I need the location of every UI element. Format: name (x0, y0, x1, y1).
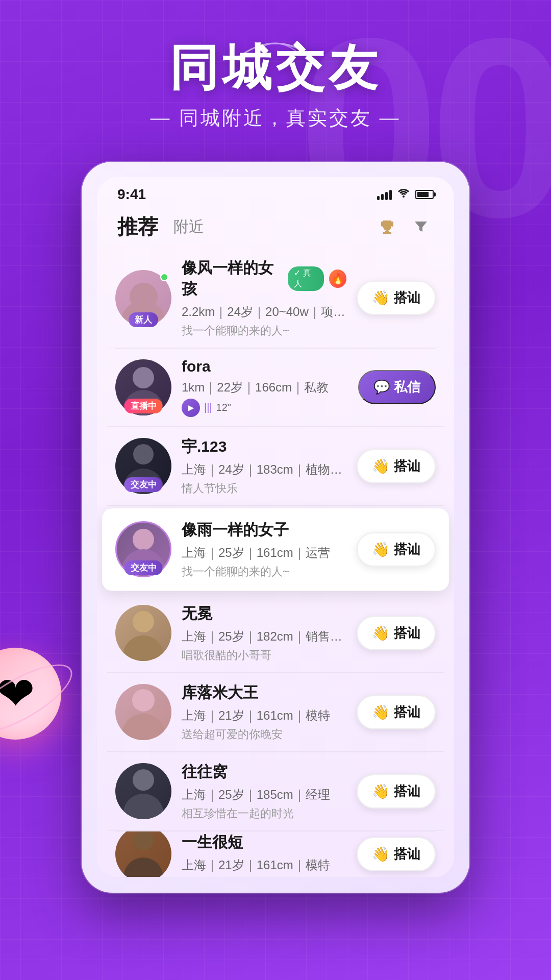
header-section: 同城交友 — 同城附近，真实交友 — (0, 0, 551, 152)
avatar[interactable] (115, 684, 171, 740)
battery-icon (415, 190, 434, 199)
avatar-wrapper: 直播中 (115, 359, 171, 415)
tab-recommended[interactable]: 推荐 (117, 213, 158, 241)
user-item: 无冕 上海｜25岁｜182cm｜销售经理 唱歌很酷的小哥哥 👋 搭讪 (107, 594, 444, 673)
wave-label: 搭讪 (394, 457, 420, 475)
message-button[interactable]: 💬 私信 (358, 370, 436, 404)
user-bio: 找一个能聊的来的人~ (182, 564, 346, 579)
wave-icon: 👋 (372, 783, 390, 800)
subtitle: — 同城附近，真实交友 — (20, 105, 531, 131)
user-bio: 相互珍惜在一起的时光 (182, 806, 346, 821)
play-button[interactable]: ▶ (182, 399, 200, 417)
user-badge: 交友中 (124, 477, 163, 492)
tab-action-icons (374, 214, 434, 239)
wave-label: 搭讪 (394, 289, 420, 307)
tab-bar: 推荐 附近 (97, 208, 454, 249)
wave-button[interactable]: 👋 搭讪 (357, 616, 436, 650)
wave-label: 搭讪 (394, 703, 420, 721)
user-info: 一生很短 上海｜21岁｜161cm｜模特 (182, 832, 346, 876)
subtitle-text: 同城附近，真实交友 (179, 107, 372, 129)
user-name-row: 宇.123 (182, 436, 346, 457)
user-bio: 找一个能聊的来的人~ (182, 323, 346, 338)
user-info: 库落米大王 上海｜21岁｜161cm｜模特 送给超可爱的你晚安 (182, 682, 346, 742)
user-badge: 新人 (129, 312, 158, 327)
user-stats: 2.2km｜24岁｜20~40w｜项目管理 (182, 304, 346, 320)
user-item: 往往窝 上海｜25岁｜185cm｜经理 相互珍惜在一起的时光 👋 搭讪 (107, 752, 444, 831)
wave-icon: 👋 (372, 458, 390, 475)
user-item: 新人 像风一样的女孩 ✓ 真人 🔥 2.2km｜24岁｜20~40w｜项目管理 … (107, 249, 444, 348)
svg-point-0 (403, 195, 405, 198)
status-time: 9:41 (117, 186, 146, 203)
wave-label: 搭讪 (394, 541, 420, 558)
avatar-wrapper (115, 605, 171, 661)
user-item: 直播中 fora 1km｜22岁｜166cm｜私教 ▶ ||| 12" (107, 349, 444, 427)
user-badge: 交友中 (124, 560, 163, 575)
message-label: 私信 (394, 378, 420, 396)
user-list: 新人 像风一样的女孩 ✓ 真人 🔥 2.2km｜24岁｜20~40w｜项目管理 … (97, 249, 454, 877)
status-bar: 9:41 (97, 177, 454, 208)
user-item-highlighted: 交友中 像雨一样的女子 上海｜25岁｜161cm｜运营 找一个能聊的来的人~ 👋… (102, 508, 449, 591)
user-info: fora 1km｜22岁｜166cm｜私教 ▶ ||| 12" (182, 358, 348, 417)
avatar-wrapper: 新人 (115, 270, 171, 326)
wifi-icon (397, 187, 410, 202)
avatar-wrapper: 交友中 (115, 521, 171, 577)
user-item: 库落米大王 上海｜21岁｜161cm｜模特 送给超可爱的你晚安 👋 搭讪 (107, 673, 444, 752)
wave-button[interactable]: 👋 搭讪 (357, 695, 436, 729)
user-stats: 上海｜25岁｜161cm｜运营 (182, 545, 346, 561)
wave-icon: 👋 (372, 541, 390, 558)
tab-nearby[interactable]: 附近 (173, 216, 204, 237)
user-stats: 上海｜21岁｜161cm｜模特 (182, 857, 346, 873)
avatar-wrapper (115, 763, 171, 819)
main-title: 同城交友 (169, 41, 382, 95)
user-stats: 上海｜24岁｜183cm｜植物设计师 (182, 461, 346, 478)
wave-button[interactable]: 👋 搭讪 (357, 449, 436, 483)
wave-button[interactable]: 👋 搭讪 (357, 837, 436, 871)
avatar[interactable] (115, 605, 171, 661)
level-badge: 🔥 (329, 270, 346, 288)
user-info: 像风一样的女孩 ✓ 真人 🔥 2.2km｜24岁｜20~40w｜项目管理 找一个… (182, 258, 346, 338)
wave-button[interactable]: 👋 搭讪 (357, 281, 436, 315)
user-stats: 上海｜25岁｜185cm｜经理 (182, 787, 346, 803)
user-name-row: 无冕 (182, 603, 346, 624)
wave-label: 搭讪 (394, 845, 420, 863)
user-bio: 情人节快乐 (182, 481, 346, 496)
wave-icon: 👋 (372, 846, 390, 863)
message-icon: 💬 (373, 379, 390, 395)
user-badge: 直播中 (124, 399, 163, 413)
user-item: 一生很短 上海｜21岁｜161cm｜模特 👋 搭讪 (107, 831, 444, 877)
user-name: 像风一样的女孩 (182, 258, 283, 300)
filter-button[interactable] (408, 214, 434, 239)
wave-button[interactable]: 👋 搭讪 (357, 532, 436, 567)
user-info: 宇.123 上海｜24岁｜183cm｜植物设计师 情人节快乐 (182, 436, 346, 496)
wave-icon: 👋 (372, 704, 390, 721)
user-name-row: 像风一样的女孩 ✓ 真人 🔥 (182, 258, 346, 300)
user-name: 无冕 (182, 603, 212, 624)
trophy-button[interactable] (374, 214, 400, 239)
wave-icon: 👋 (372, 625, 390, 642)
wave-button[interactable]: 👋 搭讪 (357, 774, 436, 808)
user-info: 像雨一样的女子 上海｜25岁｜161cm｜运营 找一个能聊的来的人~ (182, 520, 346, 579)
user-name: 宇.123 (182, 436, 227, 457)
avatar-wrapper: 交友中 (115, 438, 171, 494)
user-bio: 唱歌很酷的小哥哥 (182, 648, 346, 663)
svg-rect-2 (383, 232, 391, 234)
user-info: 往往窝 上海｜25岁｜185cm｜经理 相互珍惜在一起的时光 (182, 762, 346, 821)
heart-decoration: ❤ (0, 648, 71, 750)
phone-screen: 9:41 (97, 177, 454, 877)
verified-badge: ✓ 真人 (288, 266, 324, 291)
status-icons (377, 187, 434, 202)
avatar[interactable] (115, 763, 171, 819)
user-item: 交友中 宇.123 上海｜24岁｜183cm｜植物设计师 情人节快乐 👋 搭讪 (107, 427, 444, 506)
user-stats: 1km｜22岁｜166cm｜私教 (182, 379, 348, 396)
user-name: 库落米大王 (182, 682, 258, 703)
subtitle-prefix: — (150, 107, 179, 129)
avatar-wrapper (115, 684, 171, 740)
wave-label: 搭讪 (394, 782, 420, 800)
user-stats: 上海｜21岁｜161cm｜模特 (182, 707, 346, 724)
avatar[interactable] (115, 831, 171, 877)
wave-icon: 👋 (372, 289, 390, 306)
user-stats: 上海｜25岁｜182cm｜销售经理 (182, 628, 346, 645)
voice-wave-icon: ||| (204, 402, 212, 413)
user-name-row: 库落米大王 (182, 682, 346, 703)
signal-icon (377, 189, 392, 200)
